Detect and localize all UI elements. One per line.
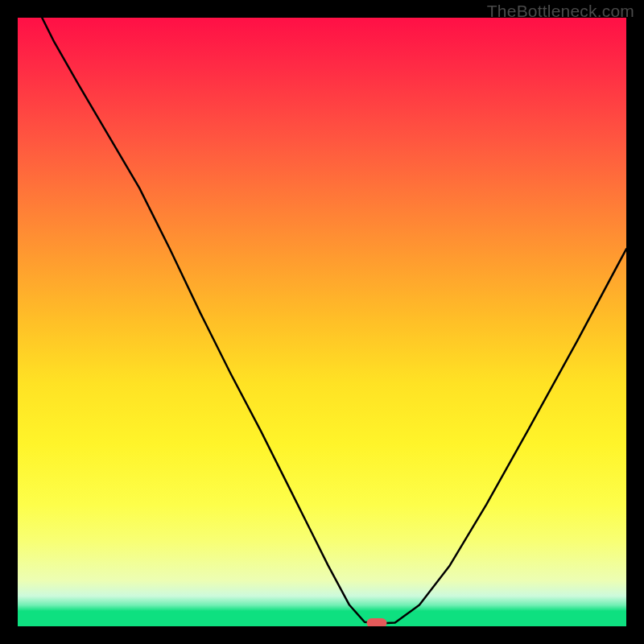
bottleneck-curve xyxy=(18,18,626,626)
plot-area xyxy=(18,18,626,626)
optimal-point-marker xyxy=(367,618,387,626)
watermark-text: TheBottleneck.com xyxy=(487,2,634,21)
chart-frame: TheBottleneck.com xyxy=(0,0,644,644)
